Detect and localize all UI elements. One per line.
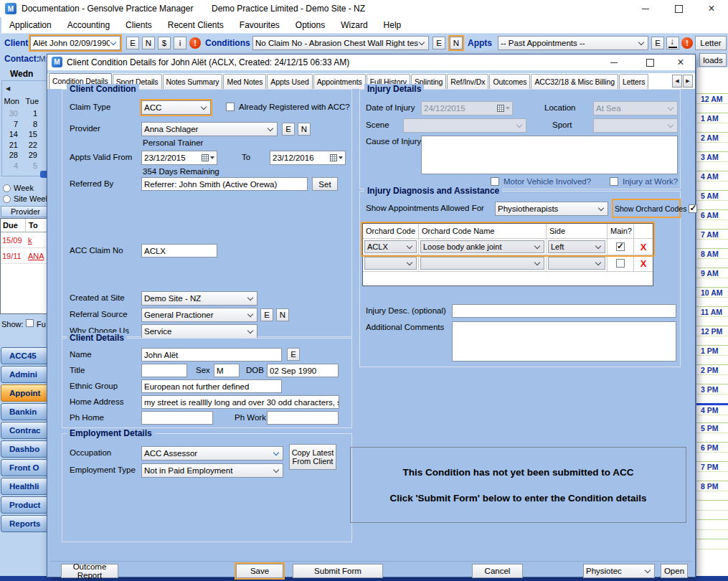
due-column-header[interactable]: Due [1,219,26,232]
why-choose-us-select[interactable]: Service [141,324,257,339]
time-slot[interactable]: 2 PM [696,364,728,384]
dialog-minimize-button[interactable] [603,55,625,70]
occupation-select[interactable]: ACC Assessor [141,446,283,460]
additional-comments-textarea[interactable] [452,321,676,362]
dialog-restore-button[interactable] [639,55,661,70]
orchard-code-select[interactable] [364,257,417,270]
tab-scroll-left-icon[interactable]: ◀ [672,75,682,88]
main-checkbox[interactable] [616,259,625,268]
dialog-tab[interactable]: Letters [619,74,648,89]
time-slot[interactable]: 8 AM [696,248,728,268]
time-slot[interactable]: 2 AM [696,132,728,151]
dialog-tab[interactable]: Med Notes [223,74,266,89]
menu-item[interactable]: Clients [118,17,160,33]
time-slot[interactable]: 7 PM [696,461,728,481]
sidebar-item[interactable]: Front O [1,459,51,476]
provider-header[interactable]: Provider [1,206,50,217]
calendar-day[interactable]: 4 [4,161,23,171]
time-slot[interactable]: 1 PM [696,345,728,364]
dialog-tab[interactable]: Outcomes [489,74,530,89]
menu-item[interactable]: Wizard [333,17,375,33]
menu-item[interactable]: Accounting [60,17,118,33]
due-row[interactable]: 15/09 k [1,232,49,248]
calendar-day[interactable]: 14 [4,129,23,140]
delete-row-icon[interactable] [640,242,647,252]
sidebar-item[interactable]: Dashbo [1,440,51,458]
side-select[interactable]: Left [548,240,605,253]
client-select[interactable]: Alët John 02/09/1990 [30,36,120,50]
condition-new-button[interactable]: N [450,37,463,49]
orchard-code-name-select[interactable] [420,257,544,270]
created-at-site-select[interactable]: Demo Site - NZ [141,291,257,306]
client-billing-button[interactable]: $ [158,37,171,49]
dialog-tab[interactable]: ACC32/18 & Misc Billing [531,74,618,89]
time-slot[interactable] [696,539,728,558]
ethnic-group-field[interactable]: European not further defined [141,379,282,393]
tab-scroll-right-icon[interactable]: ▶ [683,75,693,88]
appts-select[interactable]: -- Past Appointments -- [498,36,648,50]
time-slot[interactable]: 6 AM [696,209,728,229]
calendar-day[interactable]: 1 [23,108,42,119]
employment-type-select[interactable]: Not in Paid Employment [141,463,283,478]
save-button[interactable]: Save [236,564,283,578]
provider-edit-button[interactable]: E [282,123,295,136]
name-field[interactable]: John Alët [141,348,282,362]
sidebar-item[interactable]: Admini [1,366,51,383]
side-select[interactable] [548,257,605,270]
show-appts-select[interactable]: Physiotherapists [495,202,608,216]
open-button[interactable]: Open [661,564,688,578]
condition-edit-button[interactable]: E [432,37,445,49]
copy-latest-button[interactable]: Copy Latest From Client [289,444,336,470]
motor-vehicle-checkbox[interactable] [491,177,499,186]
dob-field[interactable]: 02 Sep 1990 [267,364,339,377]
dialog-tab[interactable]: Ref/Inv/Dx [447,74,488,89]
sidebar-item[interactable]: Product [1,496,51,514]
calendar-day[interactable]: 21 [4,140,23,151]
time-slot[interactable]: 1 AM [696,113,728,132]
provider-new-button[interactable]: N [298,123,311,136]
time-slot[interactable]: 4 AM [696,171,728,190]
claim-type-select[interactable]: ACC [141,100,211,115]
due-link[interactable]: ANA [26,252,44,260]
maximize-button[interactable] [668,1,689,16]
calendar-day[interactable]: 7 [4,119,23,130]
close-button[interactable] [701,1,722,16]
letter-button[interactable]: Letter [695,36,727,50]
menu-item[interactable]: Application [1,17,60,33]
referred-by-field[interactable]: Referrer: John Smith (Active Orewa) [141,177,308,191]
acc-claim-no-field[interactable]: ACLX [141,244,217,258]
time-slot[interactable] [696,500,728,519]
referral-new-button[interactable]: N [276,308,289,321]
main-checkbox[interactable] [616,242,625,251]
sidebar-item[interactable]: ACC45 [1,347,51,364]
client-edit-button[interactable]: E [126,37,139,49]
submit-form-button[interactable]: Submit Form [293,564,383,578]
calendar-day[interactable]: 29 [23,150,42,161]
ph-home-field[interactable] [141,411,213,425]
title-field[interactable] [141,364,187,377]
referral-edit-button[interactable]: E [260,308,273,321]
time-slot[interactable]: 12 PM [696,326,728,345]
time-slot[interactable]: 6 PM [696,442,728,461]
referral-source-select[interactable]: General Practioner [141,308,257,322]
set-referrer-button[interactable]: Set [312,177,338,191]
menu-item[interactable]: Favourites [232,17,288,33]
time-slot[interactable]: 3 AM [696,151,728,171]
sidebar-item[interactable]: Healthli [1,478,51,495]
to-column-header[interactable]: To [26,221,38,230]
name-edit-button[interactable]: E [287,348,300,361]
orchard-code-name-select[interactable]: Loose body ankle joint [420,240,544,253]
orchard-code-select[interactable]: ACLX [364,240,417,253]
time-slot[interactable]: 9 AM [696,268,728,287]
minimize-button[interactable] [635,1,656,16]
ph-work-field[interactable] [267,411,339,425]
delete-row-icon[interactable] [640,258,647,269]
due-link[interactable]: k [26,236,32,245]
sidebar-item[interactable]: Appoint [1,384,51,402]
cancel-button[interactable]: Cancel [472,564,523,578]
dialog-tab[interactable]: Notes Summary [163,74,223,89]
download-button[interactable] [666,37,679,49]
menu-item[interactable]: Help [376,17,410,33]
cause-of-injury-textarea[interactable] [421,136,678,174]
appts-valid-to-date[interactable]: 23/12/2016 [270,151,346,165]
